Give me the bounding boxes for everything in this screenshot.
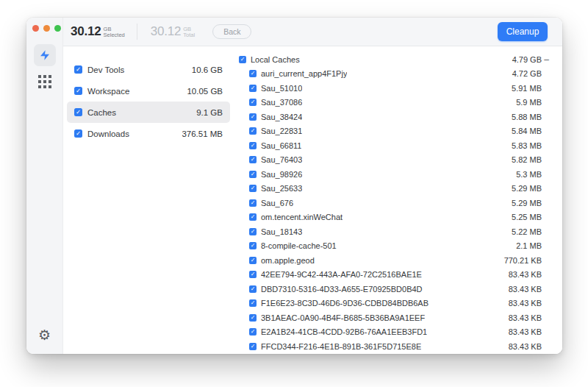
file-row[interactable]: ✓ om.tencent.xinWeChat 5.25 MB [239,210,549,225]
file-label: Sau_37086 [261,98,302,107]
checkbox-checked-icon[interactable]: ✓ [74,129,82,138]
file-size: 4.72 GB [506,69,542,78]
total-size-label: Total [183,32,195,38]
category-row[interactable]: ✓ Dev Tools 10.6 GB [67,59,230,80]
file-label: auri_current_app4F1Pjy [261,69,347,78]
checkbox-checked-icon[interactable]: ✓ [249,285,257,293]
file-row[interactable]: ✓ Sau_676 5.29 MB [239,196,549,210]
file-size: 5.84 MB [506,127,542,135]
file-size: 83.43 KB [503,299,542,308]
file-row[interactable]: ✓ Sau_66811 5.83 MB [239,138,549,153]
window-controls [32,25,61,32]
category-row[interactable]: ✓ Downloads 376.51 MB [67,123,230,144]
file-list[interactable]: ✓ Local Caches 4.79 GB – ✓ auri_current_… [239,46,549,354]
file-size: 5.91 MB [506,84,542,93]
file-row[interactable]: ✓ 8-compile-cache-501 2.1 MB [239,239,549,254]
checkbox-checked-icon[interactable]: ✓ [249,142,257,149]
checkbox-checked-icon[interactable]: ✓ [74,65,82,74]
settings-gear-icon[interactable]: ⚙ [38,328,51,342]
file-size: 770.21 KB [498,256,542,265]
checkbox-checked-icon[interactable]: ✓ [249,185,257,192]
file-size: 5.22 MB [506,227,542,236]
file-row[interactable]: ✓ Sau_76403 5.82 MB [239,153,549,168]
file-row[interactable]: ✓ Sau_98926 5.3 MB [239,167,549,182]
checkbox-checked-icon[interactable]: ✓ [249,242,257,249]
file-row[interactable]: ✓ auri_current_app4F1Pjy 4.72 GB [239,67,549,82]
file-label: Sau_76403 [261,155,302,164]
file-size: 5.29 MB [506,199,542,207]
file-size: 83.43 KB [503,270,542,279]
checkbox-checked-icon[interactable]: ✓ [249,113,257,121]
back-button[interactable]: Back [212,24,251,39]
checkbox-checked-icon[interactable]: ✓ [249,228,257,235]
file-row[interactable]: ✓ FFCD344-F216-4E1B-891B-361F5D715E8E 83… [239,339,549,354]
file-size: 83.43 KB [503,285,542,294]
sidebar-item-apps[interactable] [34,71,56,93]
lightning-icon [39,49,51,61]
file-row[interactable]: ✓ 3B1AEAC-0A90-4B4F-B685-5B36BA9A1EEF 83… [239,310,549,325]
checkbox-checked-icon[interactable]: ✓ [249,171,257,178]
file-label: FFCD344-F216-4E1B-891B-361F5D715E8E [261,342,421,351]
file-row[interactable]: ✓ Local Caches 4.79 GB – [239,52,549,67]
checkbox-checked-icon[interactable]: ✓ [249,156,257,163]
file-row[interactable]: ✓ Sau_25633 5.29 MB [239,182,549,196]
file-label: Sau_66811 [261,141,301,150]
zoom-button[interactable] [54,25,61,32]
checkbox-checked-icon[interactable]: ✓ [249,328,257,335]
main-panel: 30.12 GB Selected 30.12 GB Total Back Cl… [63,18,562,354]
file-label: Local Caches [251,55,300,64]
file-label: F1E6E23-8C3D-46D6-9D36-CDBD84BDB6AB [261,299,429,308]
checkbox-checked-icon[interactable]: ✓ [249,271,257,278]
checkbox-checked-icon[interactable]: ✓ [239,56,246,63]
total-size-stat: 30.12 GB Total [151,24,195,39]
sidebar-item-cleaner[interactable] [34,44,56,66]
file-row[interactable]: ✓ DBD7310-5316-4D33-A655-E70925BD0B4D 83… [239,282,549,297]
category-row[interactable]: ✓ Caches 9.1 GB [67,102,230,123]
collapse-indicator[interactable]: – [542,55,549,64]
content-area: ✓ Dev Tools 10.6 GB ✓ Workspace 10.05 GB… [63,46,562,354]
category-size: 10.05 GB [187,87,223,96]
checkbox-checked-icon[interactable]: ✓ [249,299,257,307]
file-row[interactable]: ✓ Sau_22831 5.84 MB [239,124,549,139]
file-row[interactable]: ✓ Sau_37086 5.9 MB [239,96,549,110]
file-row[interactable]: ✓ E2A1B24-41CB-4CDD-92B6-76AA1EEB3FD1 83… [239,325,549,340]
checkbox-checked-icon[interactable]: ✓ [249,127,257,135]
checkbox-checked-icon[interactable]: ✓ [249,314,257,322]
header-divider [137,24,137,40]
file-label: 3B1AEAC-0A90-4B4F-B685-5B36BA9A1EEF [261,313,425,322]
category-size: 9.1 GB [196,108,223,117]
file-size: 2.1 MB [510,241,542,250]
file-row[interactable]: ✓ 42EE794-9C42-443A-AFA0-72C2516BAE1E 83… [239,268,549,283]
checkbox-checked-icon[interactable]: ✓ [74,87,82,95]
checkbox-checked-icon[interactable]: ✓ [249,70,257,77]
file-label: Sau_38424 [261,113,302,121]
file-row[interactable]: ✓ Sau_51010 5.91 MB [239,81,549,96]
file-label: Sau_98926 [261,170,302,179]
file-row[interactable]: ✓ om.apple.geod 770.21 KB [239,253,549,268]
file-size: 5.29 MB [506,184,542,193]
category-row[interactable]: ✓ Workspace 10.05 GB [67,80,230,102]
selected-size-stat: 30.12 GB Selected [71,24,125,39]
file-label: Sau_22831 [261,127,302,135]
checkbox-checked-icon[interactable]: ✓ [249,257,257,264]
file-row[interactable]: ✓ Sau_18143 5.22 MB [239,224,549,239]
file-size: 83.43 KB [503,327,542,336]
category-size: 376.51 MB [182,129,223,138]
file-row[interactable]: ✓ F1E6E23-8C3D-46D6-9D36-CDBD84BDB6AB 83… [239,297,549,311]
cleanup-button[interactable]: Cleanup [498,22,548,41]
file-label: Sau_51010 [261,84,302,93]
file-row[interactable]: ✓ Sau_38424 5.88 MB [239,110,549,124]
category-label: Workspace [87,87,129,96]
checkbox-checked-icon[interactable]: ✓ [249,343,257,350]
file-label: om.apple.geod [261,256,315,265]
checkbox-checked-icon[interactable]: ✓ [74,108,82,116]
minimize-button[interactable] [43,25,50,32]
category-size: 10.6 GB [192,65,223,74]
category-label: Caches [87,108,116,117]
checkbox-checked-icon[interactable]: ✓ [249,85,257,92]
close-button[interactable] [32,25,39,32]
checkbox-checked-icon[interactable]: ✓ [249,99,257,106]
checkbox-checked-icon[interactable]: ✓ [249,199,257,207]
file-size: 83.43 KB [503,342,542,351]
checkbox-checked-icon[interactable]: ✓ [249,213,257,221]
